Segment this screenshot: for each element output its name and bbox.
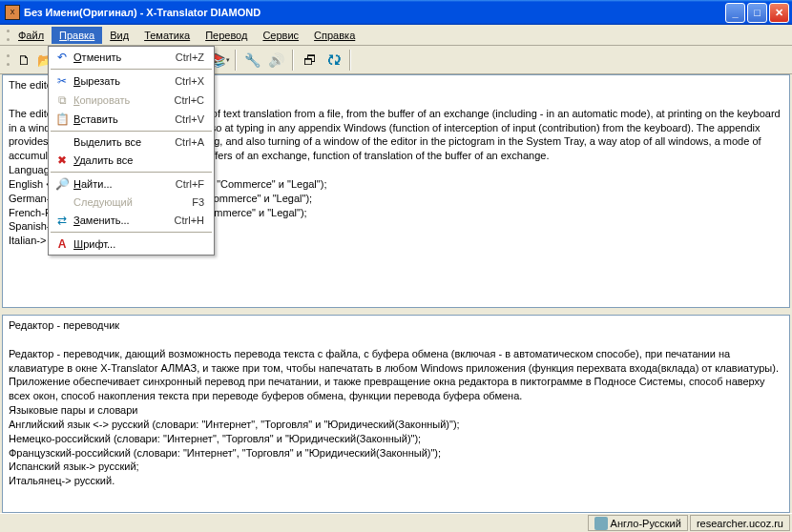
menu-paste[interactable]: 📋ВставитьCtrl+V [49,110,214,129]
menubar: Файл Правка ↶ОтменитьCtrl+Z ✂ВырезатьCtr… [0,25,792,46]
separator [51,131,212,132]
copy-icon: ⧉ [52,93,72,107]
font-icon: A [52,237,72,251]
separator [51,69,212,70]
menu-undo[interactable]: ↶ОтменитьCtrl+Z [49,48,214,67]
menu-copy: ⧉КопироватьCtrl+C [49,91,214,110]
statusbar: Англо-Русский researcher.ucoz.ru [0,513,792,532]
separator [235,50,237,71]
close-button[interactable]: ✕ [769,3,789,23]
delete-icon: ✖ [52,153,72,167]
find-icon: 🔎 [52,177,72,191]
langpair-icon [594,517,608,530]
new-icon: 🗋 [17,52,31,68]
replace-icon: ⇄ [52,214,72,227]
settings-button[interactable]: 🔧 [241,49,263,71]
minimize-button[interactable]: _ [725,3,745,23]
status-langpair[interactable]: Англо-Русский [588,515,688,531]
windows-button[interactable]: 🗗 [299,49,321,71]
app-icon: X [5,5,20,20]
menu-help[interactable]: Справка [306,27,363,44]
menu-theme[interactable]: Тематика [136,27,198,44]
windows-icon: 🗗 [303,52,317,68]
menu-translate[interactable]: Перевод [198,27,255,44]
speak-button[interactable]: 🔊 [265,49,287,71]
menubar-grip[interactable] [4,30,10,41]
edit-dropdown: ↶ОтменитьCtrl+Z ✂ВырезатьCtrl+X ⧉Копиров… [48,46,215,256]
menu-service[interactable]: Сервис [255,27,306,44]
settings-icon: 🔧 [244,52,261,68]
translation-pane[interactable]: Редактор - переводчик Редактор - перевод… [2,315,790,513]
text-line: Языковые пары и словари [9,403,783,418]
separator [51,172,212,173]
maximize-button[interactable]: □ [747,3,767,23]
speaker-icon: 🔊 [268,52,284,68]
menu-cut[interactable]: ✂ВырезатьCtrl+X [49,72,214,91]
window-title: Без Имени(Оригинал) - X-Translator DIAMO… [24,7,725,18]
text-line: Редактор - переводчик [9,318,783,333]
status-site: researcher.ucoz.ru [690,515,790,531]
new-button[interactable]: 🗋 [12,49,34,71]
menu-find[interactable]: 🔎Найти...Ctrl+F [49,174,214,194]
separator [349,50,351,71]
menu-edit[interactable]: Правка [52,27,102,44]
menu-font[interactable]: AШрифт... [49,235,214,254]
undo-icon: ↶ [52,51,72,64]
text-line: Редактор - переводчик, дающий возможност… [9,347,783,403]
sync-icon: 🗘 [327,52,341,68]
menu-selectall[interactable]: Выделить всеCtrl+A [49,133,214,151]
text-line: Испанский язык-> русский; [9,460,783,474]
cut-icon: ✂ [52,74,72,88]
menu-undo-label: тменить [82,51,122,63]
separator [292,50,294,71]
text-line: Французский-российский (словари: "Интерн… [9,446,783,460]
titlebar: X Без Имени(Оригинал) - X-Translator DIA… [0,0,792,25]
pane-splitter[interactable] [0,309,792,314]
separator [51,232,212,233]
menu-next: СледующийF3 [49,194,214,211]
text-line: Английский язык <-> русский (словари: "И… [9,418,783,432]
menu-deleteall[interactable]: ✖Удалить все [49,151,214,170]
toolbar-grip[interactable] [4,54,10,66]
menu-file[interactable]: Файл [10,27,52,44]
sync-button[interactable]: 🗘 [323,49,344,71]
menu-view[interactable]: Вид [102,27,136,44]
text-line: Немецко-российский (словари: "Интернет",… [9,432,783,446]
text-line: Итальянец-> русский. [9,474,783,488]
paste-icon: 📋 [52,113,72,126]
menu-replace[interactable]: ⇄Заменить...Ctrl+H [49,211,214,230]
